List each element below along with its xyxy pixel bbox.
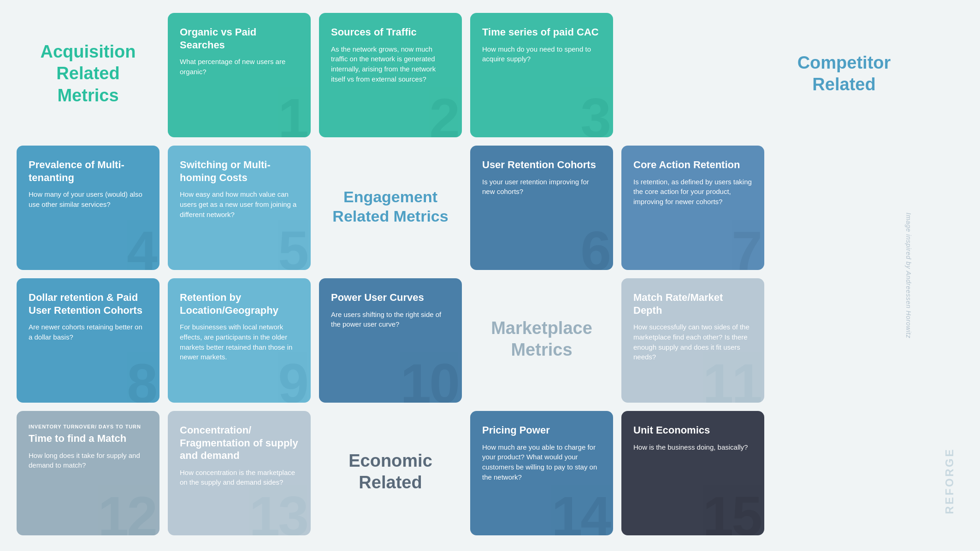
card-switching-costs-body: How easy and how much value can users ge… <box>180 189 299 219</box>
card-time-match: INVENTORY TURNOVER/ DAYS TO TURN Time to… <box>17 411 159 535</box>
card-pricing-power-title: Pricing Power <box>482 424 601 437</box>
card-pricing-power: Pricing Power How much are you able to c… <box>470 411 613 535</box>
economic-label-title: Economic Related <box>331 450 450 494</box>
card-retention-geo-number: 9 <box>278 356 307 403</box>
side-attribution: Image inspired by Andreessen Horowitz <box>905 213 913 339</box>
card-retention-geo-title: Retention by Location/Geography <box>180 291 299 317</box>
card-dollar-retention: Dollar retention & Paid User Retention C… <box>17 278 159 403</box>
card-switching-costs-title: Switching or Multi-homing Costs <box>180 158 299 184</box>
card-multi-tenanting-body: How many of your users (would) also use … <box>29 189 148 210</box>
card-time-match-title: Time to find a Match <box>29 432 148 445</box>
empty-cell-3 <box>773 278 915 403</box>
card-switching-costs: Switching or Multi-homing Costs How easy… <box>168 146 311 270</box>
card-organic-paid-title: Organic vs Paid Searches <box>180 26 299 51</box>
card-multi-tenanting-title: Prevalence of Multi-tenanting <box>29 158 148 184</box>
card-dollar-retention-body: Are newer cohorts retaining better on a … <box>29 322 148 342</box>
card-core-action-body: Is retention, as defined by users taking… <box>633 177 752 207</box>
card-concentration-title: Concentration/ Fragmentation of supply a… <box>180 424 299 462</box>
card-match-rate-body: How successfully can two sides of the ma… <box>633 322 752 362</box>
card-organic-paid: Organic vs Paid Searches What percentage… <box>168 13 311 137</box>
card-user-retention-title: User Retention Cohorts <box>482 158 601 171</box>
card-core-action-title: Core Action Retention <box>633 158 752 171</box>
card-sources-traffic-body: As the network grows, now much traffic o… <box>331 44 450 84</box>
empty-cell-1 <box>621 13 764 137</box>
card-concentration: Concentration/ Fragmentation of supply a… <box>168 411 311 535</box>
card-time-match-sub: INVENTORY TURNOVER/ DAYS TO TURN <box>29 424 148 429</box>
card-time-match-number: 12 <box>98 488 156 535</box>
card-unit-economics-body: How is the business doing, basically? <box>633 442 752 452</box>
card-organic-paid-number: 1 <box>278 90 307 137</box>
acquisition-label: Acquisition Related Metrics <box>17 13 159 137</box>
card-retention-geo-body: For businesses with local network effect… <box>180 322 299 362</box>
competitor-label: Competitor Related <box>773 13 915 137</box>
card-user-retention-body: Is your user retention improving for new… <box>482 177 601 197</box>
marketplace-label-title: Marketplace Metrics <box>482 317 601 361</box>
card-pricing-power-body: How much are you able to charge for your… <box>482 442 601 482</box>
card-power-user: Power User Curves Are users shifting to … <box>319 278 462 403</box>
card-power-user-number: 10 <box>401 356 458 403</box>
marketplace-label: Marketplace Metrics <box>470 278 613 403</box>
card-unit-economics: Unit Economics How is the business doing… <box>621 411 764 535</box>
card-user-retention-number: 6 <box>580 223 609 270</box>
acquisition-label-title: Acquisition Related Metrics <box>29 41 148 107</box>
card-time-cac: Time series of paid CAC How much do you … <box>470 13 613 137</box>
card-match-rate-number: 11 <box>703 356 761 403</box>
competitor-label-title: Competitor Related <box>785 52 903 96</box>
engagement-label-title: Engagement Related Metrics <box>331 187 450 226</box>
card-unit-economics-number: 15 <box>703 488 761 535</box>
card-match-rate: Match Rate/Market Depth How successfully… <box>621 278 764 403</box>
empty-cell-4 <box>773 411 915 535</box>
card-match-rate-title: Match Rate/Market Depth <box>633 291 752 317</box>
card-retention-geo: Retention by Location/Geography For busi… <box>168 278 311 403</box>
economic-label: Economic Related <box>319 411 462 535</box>
empty-cell-2 <box>773 146 915 270</box>
reforge-brand: REFORGE <box>943 448 956 514</box>
card-time-match-body: How long does it take for supply and dem… <box>29 451 148 471</box>
engagement-label: Engagement Related Metrics <box>319 146 462 270</box>
card-time-cac-body: How much do you need to spend to acquire… <box>482 44 601 64</box>
card-power-user-title: Power User Curves <box>331 291 450 304</box>
card-dollar-retention-title: Dollar retention & Paid User Retention C… <box>29 291 148 317</box>
card-time-cac-number: 3 <box>580 90 609 137</box>
card-organic-paid-body: What percentage of new users are organic… <box>180 57 299 77</box>
card-unit-economics-title: Unit Economics <box>633 424 752 437</box>
card-multi-tenanting-number: 4 <box>127 223 156 270</box>
card-switching-costs-number: 5 <box>278 223 307 270</box>
card-sources-traffic: Sources of Traffic As the network grows,… <box>319 13 462 137</box>
card-time-cac-title: Time series of paid CAC <box>482 26 601 39</box>
card-concentration-number: 13 <box>249 488 307 535</box>
card-multi-tenanting: Prevalence of Multi-tenanting How many o… <box>17 146 159 270</box>
card-core-action-number: 7 <box>732 223 761 270</box>
card-sources-traffic-title: Sources of Traffic <box>331 26 450 39</box>
card-user-retention: User Retention Cohorts Is your user rete… <box>470 146 613 270</box>
card-sources-traffic-number: 2 <box>429 90 458 137</box>
card-core-action: Core Action Retention Is retention, as d… <box>621 146 764 270</box>
card-pricing-power-number: 14 <box>552 488 609 535</box>
card-power-user-body: Are users shifting to the right side of … <box>331 310 450 330</box>
card-dollar-retention-number: 8 <box>127 356 156 403</box>
card-concentration-body: How concentration is the marketplace on … <box>180 468 299 488</box>
